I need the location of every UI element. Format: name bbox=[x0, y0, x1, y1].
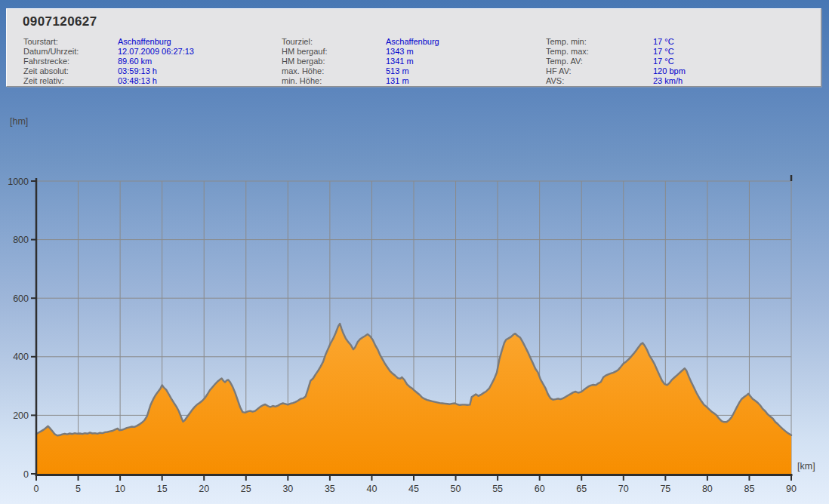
x-tick-label: 0 bbox=[34, 484, 39, 494]
x-tick-label: 10 bbox=[115, 484, 125, 494]
x-tick-label: 15 bbox=[157, 484, 168, 494]
y-tick-label: 0 bbox=[23, 469, 29, 480]
y-tick-label: 800 bbox=[13, 235, 29, 245]
x-tick-label: 70 bbox=[618, 484, 629, 494]
x-tick-label: 25 bbox=[241, 484, 251, 494]
x-tick-label: 85 bbox=[744, 484, 754, 494]
x-tick-label: 90 bbox=[786, 484, 797, 494]
x-tick-label: 30 bbox=[282, 484, 293, 494]
x-tick-label: 50 bbox=[451, 484, 461, 494]
x-tick-label: 5 bbox=[76, 484, 81, 494]
y-tick-label: 1000 bbox=[8, 177, 29, 187]
x-tick-label: 20 bbox=[199, 484, 209, 494]
x-tick-label: 75 bbox=[660, 484, 670, 494]
y-tick-label: 600 bbox=[13, 293, 29, 304]
x-tick-label: 55 bbox=[492, 484, 503, 494]
x-tick-label: 35 bbox=[325, 484, 335, 494]
y-axis-unit-label: [hm] bbox=[10, 116, 28, 127]
x-tick-label: 80 bbox=[702, 484, 713, 494]
x-tick-label: 45 bbox=[408, 484, 419, 494]
y-tick-label: 200 bbox=[13, 410, 29, 421]
x-axis-unit-label: [km] bbox=[797, 461, 815, 472]
x-tick-label: 65 bbox=[576, 484, 587, 494]
elevation-profile-chart: 0200400600800100005101520253035404550556… bbox=[0, 0, 829, 504]
x-tick-label: 40 bbox=[366, 484, 377, 494]
y-tick-label: 400 bbox=[13, 352, 29, 362]
x-tick-label: 60 bbox=[535, 484, 545, 494]
